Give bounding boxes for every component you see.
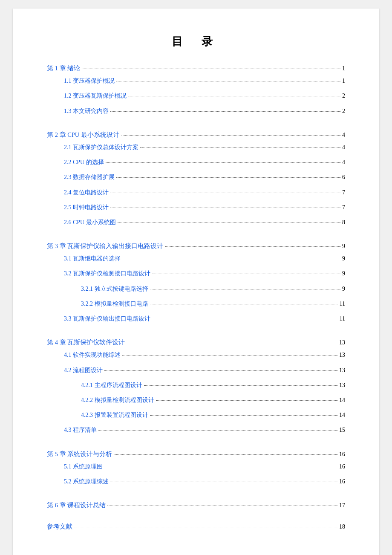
toc-link[interactable]: 2.2 CPU 的选择 — [64, 157, 104, 168]
toc-entry: 第 2 章 CPU 最小系统设计4 — [47, 129, 345, 140]
toc-entry: 3.2.2 模拟量检测接口电路11 — [47, 298, 345, 309]
toc-dots — [114, 448, 337, 455]
toc-page-number: 15 — [339, 425, 345, 435]
toc-dots — [122, 350, 337, 356]
toc-page-number: 2 — [342, 106, 345, 116]
toc-link[interactable]: 3.2.2 模拟量检测接口电路 — [81, 298, 148, 309]
toc-page-number: 8 — [342, 217, 345, 228]
toc-link[interactable]: 2.4 复位电路设计 — [64, 187, 109, 198]
toc-dots — [150, 283, 341, 289]
toc-link[interactable]: 3.1 瓦斯继电器的选择 — [64, 253, 121, 264]
toc-link[interactable]: 4.2.1 主程序流程图设计 — [81, 380, 142, 390]
toc-page-number: 16 — [339, 449, 345, 460]
toc-dots — [121, 129, 340, 136]
toc-dots — [152, 268, 340, 274]
toc-link[interactable]: 第 6 章 课程设计总结 — [47, 500, 106, 511]
toc-link[interactable]: 第 5 章 系统设计与分析 — [47, 448, 112, 460]
toc-spacer — [47, 512, 345, 518]
toc-entry: 第 6 章 课程设计总结17 — [47, 500, 345, 511]
toc-entry: 1.1 变压器保护概况1 — [47, 75, 345, 86]
toc-entry: 第 1 章 绪论1 — [47, 63, 345, 74]
toc-dots — [110, 106, 340, 112]
toc-spacer — [47, 491, 345, 497]
toc-entry: 第 5 章 系统设计与分析16 — [47, 448, 345, 460]
toc-entry: 3.2.1 独立式按键电路选择9 — [47, 283, 345, 294]
toc-entry: 4.3 程序清单15 — [47, 425, 345, 435]
toc-page-number: 4 — [342, 157, 345, 168]
toc-dots — [110, 476, 337, 482]
toc-dots — [106, 157, 340, 163]
toc-entry: 2.4 复位电路设计7 — [47, 187, 345, 198]
toc-entry: 2.1 瓦斯保护仪总体设计方案4 — [47, 142, 345, 153]
toc-entry: 2.6 CPU 最小系统图8 — [47, 217, 345, 228]
toc-page-number: 13 — [339, 350, 345, 360]
toc-dots — [128, 90, 340, 96]
toc-link[interactable]: 1.2 变压器瓦斯保护概况 — [64, 90, 127, 101]
toc-link[interactable]: 4.3 程序清单 — [64, 425, 97, 435]
toc-dots — [144, 380, 338, 386]
toc-page-number: 18 — [339, 521, 345, 532]
toc-link[interactable]: 4.2.2 模拟量检测流程图设计 — [81, 395, 154, 405]
toc-link[interactable]: 3.2 瓦斯保护仪检测接口电路设计 — [64, 268, 150, 279]
toc-link[interactable]: 参考文献 — [47, 521, 72, 532]
toc-link[interactable]: 5.2 系统原理综述 — [64, 476, 109, 487]
toc-dots — [165, 241, 340, 247]
toc-link[interactable]: 4.2 流程图设计 — [64, 365, 103, 376]
toc-link[interactable]: 第 3 章 瓦斯保护仪输入输出接口电路设计 — [47, 240, 163, 251]
toc-entry: 2.3 数据存储器扩展6 — [47, 172, 345, 182]
toc-spacer — [47, 232, 345, 238]
toc-link[interactable]: 3.2.1 独立式按键电路选择 — [81, 283, 148, 294]
toc-entry: 4.1 软件实现功能综述13 — [47, 350, 345, 360]
toc-dots — [156, 395, 338, 401]
toc-entry: 5.2 系统原理综述16 — [47, 476, 345, 487]
toc-entry: 2.5 时钟电路设计7 — [47, 202, 345, 213]
toc-dots — [98, 425, 337, 431]
toc-dots — [74, 521, 337, 528]
toc-page-number: 9 — [342, 241, 345, 251]
toc-dots — [110, 187, 340, 193]
toc-entry: 第 4 章 瓦斯保护仪软件设计13 — [47, 337, 345, 348]
toc-link[interactable]: 第 2 章 CPU 最小系统设计 — [47, 129, 119, 140]
toc-dots — [116, 172, 340, 178]
toc-entry: 4.2.2 模拟量检测流程图设计14 — [47, 395, 345, 405]
toc-container: 第 1 章 绪论11.1 变压器保护概况11.2 变压器瓦斯保护概况21.3 本… — [47, 63, 345, 532]
toc-entry: 4.2.3 报警装置流程图设计14 — [47, 410, 345, 420]
toc-page-number: 7 — [342, 187, 345, 198]
toc-link[interactable]: 2.5 时钟电路设计 — [64, 202, 109, 213]
toc-spacer — [47, 328, 345, 334]
toc-entry: 3.2 瓦斯保护仪检测接口电路设计9 — [47, 268, 345, 279]
toc-page-number: 14 — [339, 395, 345, 405]
toc-entry: 5.1 系统原理图16 — [47, 461, 345, 472]
toc-link[interactable]: 1.3 本文研究内容 — [64, 106, 109, 116]
toc-link[interactable]: 2.3 数据存储器扩展 — [64, 172, 115, 182]
toc-link[interactable]: 第 4 章 瓦斯保护仪软件设计 — [47, 337, 125, 348]
toc-page-number: 2 — [342, 90, 345, 101]
toc-link[interactable]: 4.1 软件实现功能综述 — [64, 350, 121, 360]
toc-page-number: 6 — [342, 172, 345, 182]
toc-dots — [104, 365, 337, 371]
toc-page-number: 11 — [340, 313, 345, 324]
toc-link[interactable]: 第 1 章 绪论 — [47, 63, 80, 74]
toc-entry: 4.2 流程图设计13 — [47, 365, 345, 376]
toc-link[interactable]: 3.3 瓦斯保护仪输出接口电路设计 — [64, 313, 150, 324]
toc-dots — [104, 461, 337, 467]
toc-entry: 参考文献18 — [47, 521, 345, 532]
toc-link[interactable]: 4.2.3 报警装置流程图设计 — [81, 410, 148, 420]
toc-spacer — [47, 121, 345, 127]
toc-spacer — [47, 440, 345, 446]
toc-link[interactable]: 1.1 变压器保护概况 — [64, 75, 115, 86]
toc-dots — [127, 337, 337, 344]
toc-link[interactable]: 2.6 CPU 最小系统图 — [64, 217, 116, 228]
toc-entry: 3.1 瓦斯继电器的选择9 — [47, 253, 345, 264]
toc-page-number: 16 — [339, 476, 345, 487]
toc-page-number: 7 — [342, 202, 345, 213]
toc-dots — [150, 298, 338, 304]
toc-link[interactable]: 5.1 系统原理图 — [64, 461, 103, 472]
toc-dots — [122, 253, 340, 259]
toc-page-number: 9 — [342, 253, 345, 264]
toc-dots — [116, 75, 340, 81]
toc-page-number: 17 — [339, 500, 345, 511]
toc-dots — [152, 313, 338, 319]
toc-dots — [140, 142, 340, 148]
toc-link[interactable]: 2.1 瓦斯保护仪总体设计方案 — [64, 142, 138, 153]
